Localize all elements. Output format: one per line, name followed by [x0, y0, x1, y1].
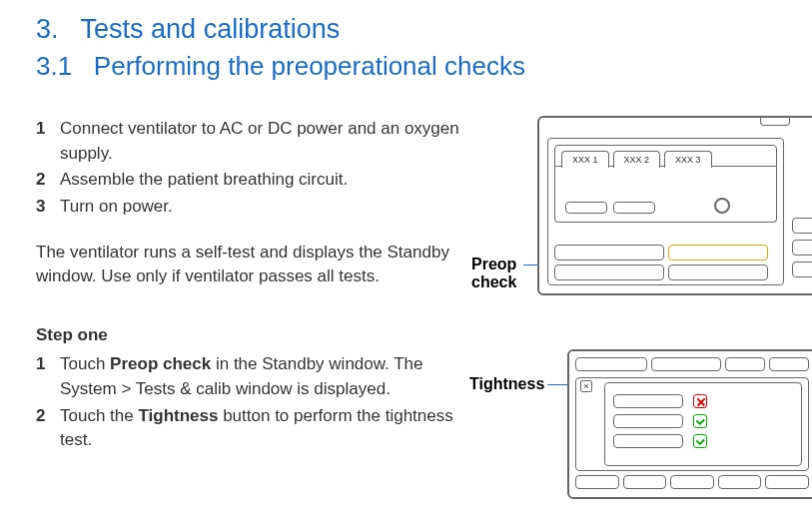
text-column: 1 Connect ventilator to AC or DC power a…	[36, 116, 465, 499]
list-item: 2 Touch the Tightness button to perform …	[36, 403, 465, 454]
list-item: 1 Connect ventilator to AC or DC power a…	[36, 116, 465, 167]
tab-xxx2[interactable]: XXX 2	[613, 151, 661, 168]
list-num: 1	[36, 352, 60, 401]
subsection-title: Performing the preoperational checks	[94, 51, 525, 81]
hard-button[interactable]	[718, 475, 762, 489]
hard-button[interactable]	[725, 357, 765, 371]
side-buttons	[792, 218, 812, 277]
list-num: 2	[36, 404, 60, 453]
list-text: Touch Preop check in the Standby window.…	[60, 352, 465, 401]
bold-term: Preop check	[110, 354, 211, 373]
screen-frame: XXX 1 XXX 2 XXX 3	[547, 138, 784, 285]
close-icon[interactable]: ×	[580, 380, 592, 392]
frame-notch	[760, 118, 790, 126]
test-button[interactable]	[613, 434, 683, 448]
test-button[interactable]	[613, 414, 683, 428]
tab-xxx3[interactable]: XXX 3	[664, 151, 712, 168]
hard-button[interactable]	[670, 475, 714, 489]
content-panel	[554, 167, 777, 223]
list-num: 2	[36, 168, 60, 193]
subsection-number: 3.1	[36, 51, 72, 81]
slot	[668, 264, 768, 280]
test-row	[613, 431, 707, 449]
hard-button[interactable]	[575, 357, 647, 371]
tab-row: XXX 1 XXX 2 XXX 3	[554, 145, 777, 167]
x-icon	[693, 394, 707, 408]
screen-frame: ×	[575, 357, 809, 491]
top-button-row	[575, 357, 809, 373]
hard-button[interactable]	[792, 262, 812, 277]
list-item: 2 Assemble the patient breathing circuit…	[36, 167, 465, 194]
hard-button[interactable]	[769, 357, 809, 371]
list-text: Turn on power.	[60, 195, 465, 220]
callout-preop: Preop check	[471, 256, 531, 291]
list-item: 3 Turn on power.	[36, 194, 465, 221]
list-num: 3	[36, 195, 60, 220]
standby-window-illustration: XXX 1 XXX 2 XXX 3	[537, 116, 812, 295]
tab-xxx1[interactable]: XXX 1	[561, 151, 609, 168]
subsection-heading: 3.1 Performing the preoperational checks	[36, 51, 788, 82]
callout-tightness: Tightness	[469, 375, 544, 393]
bottom-button-row	[575, 475, 809, 491]
preop-check-button[interactable]	[668, 245, 768, 261]
tightness-button[interactable]	[613, 394, 683, 408]
list-text: Touch the Tightness button to perform th…	[60, 404, 465, 453]
test-row	[613, 391, 707, 409]
slot	[613, 202, 655, 214]
prep-list: 1 Connect ventilator to AC or DC power a…	[36, 116, 465, 221]
test-row	[613, 411, 707, 429]
content-panel: ×	[575, 377, 809, 471]
step-one-head: Step one	[36, 323, 465, 348]
slot	[554, 245, 664, 261]
slot	[565, 202, 607, 214]
hard-button[interactable]	[792, 218, 812, 234]
section-title: Tests and calibrations	[81, 14, 341, 44]
list-text: Connect ventilator to AC or DC power and…	[60, 117, 465, 166]
figure-column: Preop check XXX 1 XXX 2 XXX 3	[477, 116, 812, 499]
list-num: 1	[36, 117, 60, 166]
list-text: Assemble the patient breathing circuit.	[60, 168, 465, 193]
hard-button[interactable]	[651, 357, 721, 371]
slot	[554, 264, 664, 280]
selftest-paragraph: The ventilator runs a self-test and disp…	[36, 241, 465, 289]
step-one-block: Step one 1 Touch Preop check in the Stan…	[36, 323, 465, 454]
section-heading: 3. Tests and calibrations	[36, 14, 788, 45]
tests-calib-illustration: ×	[567, 349, 812, 499]
check-icon	[693, 434, 707, 448]
tests-list-frame	[604, 382, 802, 466]
dial-icon	[714, 198, 730, 214]
bold-term: Tightness	[138, 406, 218, 425]
section-number: 3.	[36, 14, 59, 44]
hard-button[interactable]	[575, 475, 619, 489]
hard-button[interactable]	[792, 240, 812, 256]
check-icon	[693, 414, 707, 428]
step-one-list: 1 Touch Preop check in the Standby windo…	[36, 351, 465, 454]
hard-button[interactable]	[765, 475, 809, 489]
hard-button[interactable]	[623, 475, 667, 489]
list-item: 1 Touch Preop check in the Standby windo…	[36, 351, 465, 402]
